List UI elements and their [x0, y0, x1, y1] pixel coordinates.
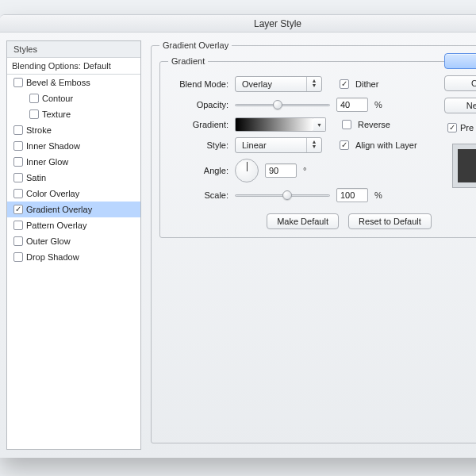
sidebar-item-color-overlay[interactable]: Color Overlay — [7, 186, 140, 202]
opacity-slider[interactable] — [235, 99, 330, 110]
preview-swatch — [452, 144, 476, 188]
sidebar-checkbox[interactable] — [29, 94, 39, 103]
scale-label: Scale: — [168, 190, 228, 200]
preview-checkbox[interactable] — [447, 123, 457, 132]
sidebar-item-label: Gradient Overlay — [26, 205, 92, 214]
gradient-legend: Gradient — [168, 56, 208, 66]
sidebar-item-inner-glow[interactable]: Inner Glow — [7, 154, 140, 170]
dither-label: Dither — [355, 79, 378, 89]
chevron-updown-icon: ▲▼ — [310, 140, 318, 149]
cancel-button[interactable]: Can — [444, 75, 476, 91]
sidebar-item-contour[interactable]: Contour — [7, 90, 140, 106]
angle-dial[interactable] — [235, 159, 259, 182]
blend-mode-label: Blend Mode: — [168, 79, 228, 89]
ok-button[interactable]: O — [444, 53, 476, 69]
angle-label: Angle: — [168, 166, 228, 175]
right-column: O Can New S Pre — [444, 53, 476, 188]
blend-mode-select[interactable]: Overlay ▲▼ — [235, 76, 322, 92]
sidebar-item-bevel-emboss[interactable]: Bevel & Emboss — [7, 75, 140, 90]
sidebar-item-label: Texture — [42, 109, 71, 119]
reverse-checkbox[interactable] — [342, 120, 351, 129]
sidebar-checkbox[interactable] — [13, 252, 23, 262]
sidebar-item-inner-shadow[interactable]: Inner Shadow — [7, 138, 140, 154]
sidebar-item-outer-glow[interactable]: Outer Glow — [7, 233, 140, 249]
reset-default-button[interactable]: Reset to Default — [348, 213, 432, 229]
sidebar-checkbox[interactable] — [13, 157, 23, 167]
sidebar-item-stroke[interactable]: Stroke — [7, 122, 140, 138]
gradient-swatch[interactable] — [235, 117, 314, 132]
sidebar-item-label: Contour — [42, 94, 73, 103]
reverse-label: Reverse — [358, 120, 390, 129]
gradient-group: Gradient Blend Mode: Overlay ▲▼ Dither — [159, 56, 476, 238]
window-content: Styles Blending Options: Default Bevel &… — [0, 33, 476, 458]
window-title: Layer Style — [0, 15, 476, 33]
sidebar-item-label: Bevel & Emboss — [26, 78, 90, 87]
sidebar-checkbox[interactable] — [13, 189, 23, 198]
opacity-unit: % — [374, 100, 382, 109]
layer-style-window: Layer Style Styles Blending Options: Def… — [0, 14, 476, 458]
align-label: Align with Layer — [355, 140, 417, 150]
style-label: Style: — [168, 140, 228, 150]
sidebar-header[interactable]: Styles — [7, 41, 140, 58]
sidebar-item-label: Color Overlay — [26, 189, 79, 198]
sidebar-item-label: Drop Shadow — [26, 252, 79, 262]
sidebar-checkbox[interactable] — [13, 236, 23, 246]
gradient-dropdown[interactable]: ▼ — [313, 117, 326, 132]
scale-input[interactable]: 100 — [336, 188, 368, 202]
align-checkbox[interactable] — [340, 140, 349, 150]
blend-mode-value: Overlay — [242, 79, 272, 89]
main-panel: Gradient Overlay Gradient Blend Mode: Ov… — [151, 40, 476, 458]
dither-checkbox[interactable] — [340, 79, 349, 89]
sidebar-item-satin[interactable]: Satin — [7, 170, 140, 186]
new-style-button[interactable]: New S — [444, 98, 476, 113]
opacity-label: Opacity: — [168, 100, 228, 109]
sidebar-blending-options[interactable]: Blending Options: Default — [7, 58, 140, 75]
sidebar-item-label: Satin — [26, 173, 46, 182]
sidebar-item-label: Stroke — [26, 125, 52, 135]
chevron-updown-icon: ▲▼ — [310, 79, 318, 88]
angle-unit: ° — [303, 166, 306, 175]
gradient-label: Gradient: — [168, 120, 228, 129]
sidebar-checkbox[interactable] — [13, 173, 23, 182]
opacity-input[interactable]: 40 — [336, 98, 368, 112]
angle-input[interactable]: 90 — [265, 163, 297, 178]
sidebar-item-label: Inner Glow — [26, 157, 68, 167]
preview-label: Pre — [460, 123, 474, 132]
sidebar-checkbox[interactable] — [13, 221, 23, 230]
sidebar-checkbox[interactable] — [29, 109, 39, 119]
sidebar-checkbox[interactable] — [13, 125, 23, 135]
sidebar-checkbox[interactable] — [13, 141, 23, 151]
sidebar-item-label: Inner Shadow — [26, 141, 80, 151]
sidebar-item-label: Outer Glow — [26, 236, 71, 246]
sidebar-item-pattern-overlay[interactable]: Pattern Overlay — [7, 217, 140, 233]
section-title: Gradient Overlay — [159, 40, 232, 50]
sidebar-item-label: Pattern Overlay — [26, 221, 86, 230]
sidebar-item-drop-shadow[interactable]: Drop Shadow — [7, 249, 140, 265]
scale-unit: % — [374, 190, 382, 200]
sidebar-checkbox[interactable] — [13, 78, 23, 87]
make-default-button[interactable]: Make Default — [267, 213, 339, 229]
scale-slider[interactable] — [235, 190, 330, 201]
sidebar-item-gradient-overlay[interactable]: Gradient Overlay — [7, 202, 140, 217]
sidebar-item-texture[interactable]: Texture — [7, 106, 140, 122]
style-value: Linear — [242, 140, 267, 150]
sidebar-checkbox[interactable] — [13, 205, 23, 214]
style-select[interactable]: Linear ▲▼ — [235, 137, 322, 153]
gradient-overlay-group: Gradient Overlay Gradient Blend Mode: Ov… — [151, 40, 476, 443]
styles-sidebar: Styles Blending Options: Default Bevel &… — [6, 40, 141, 450]
sidebar-list: Bevel & EmbossContourTextureStrokeInner … — [7, 75, 140, 449]
